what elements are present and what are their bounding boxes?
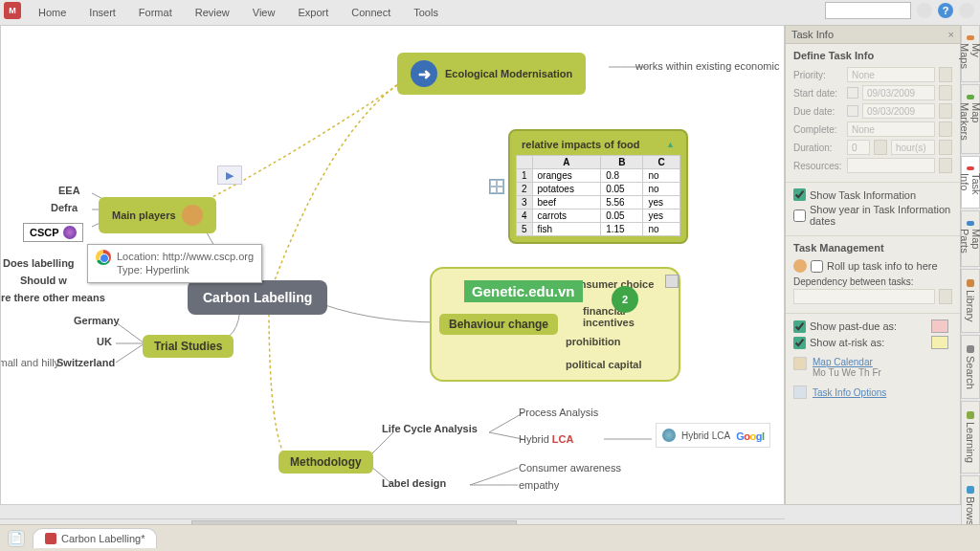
due-date-field[interactable]: 09/03/2009 xyxy=(862,103,935,119)
chevron-down-icon[interactable] xyxy=(939,121,952,137)
tab-library[interactable]: Library xyxy=(961,269,980,333)
pastdue-color[interactable] xyxy=(931,320,948,333)
tab-task-info[interactable]: Task Info xyxy=(961,156,980,209)
start-date-field[interactable]: 09/03/2009 xyxy=(862,85,935,100)
menu-tools[interactable]: Tools xyxy=(413,7,438,20)
node-labeldesign[interactable]: Label design xyxy=(382,477,446,489)
node-ecological[interactable]: ➜ Ecological Modernisation xyxy=(397,53,586,95)
node-label: Ecological Modernisation xyxy=(445,68,572,79)
menu-view[interactable]: View xyxy=(253,7,276,20)
section-define: Define Task Info xyxy=(793,50,952,61)
resources-field[interactable] xyxy=(847,158,935,173)
tab-my-maps[interactable]: My Maps xyxy=(961,25,980,82)
mindmap-canvas[interactable]: ➜ Ecological Modernisation works within … xyxy=(0,25,785,505)
close-icon[interactable]: × xyxy=(948,29,954,40)
chrome-icon xyxy=(96,250,111,265)
dropdown-icon[interactable] xyxy=(959,3,974,18)
document-tab[interactable]: Carbon Labelling* xyxy=(33,528,157,548)
map-calendar-link[interactable]: Map Calendar xyxy=(813,357,881,367)
calendar-days: Mo Tu We Th Fr xyxy=(813,367,881,378)
tooltip-type: Type: Hyperlink xyxy=(117,263,254,276)
duration-unit[interactable]: hour(s) xyxy=(891,140,935,155)
node-impacts[interactable]: relative impacts of food ▲ ABC 1oranges0… xyxy=(508,129,688,244)
node-trial[interactable]: Trial Studies xyxy=(143,335,234,358)
trial-note: small and hilly xyxy=(0,357,59,368)
panel-title: Task Info xyxy=(791,29,834,40)
complete-field[interactable]: None xyxy=(847,121,935,137)
node-methodology[interactable]: Methodology xyxy=(278,451,373,474)
show-year-checkbox[interactable] xyxy=(793,209,806,222)
player-cscp[interactable]: CSCP xyxy=(23,223,83,242)
labeldesign-awareness[interactable]: Consumer awareness xyxy=(519,462,621,474)
question-3[interactable]: re there other means xyxy=(1,292,105,303)
chevron-down-icon[interactable] xyxy=(939,158,952,173)
trial-switzerland[interactable]: Switzerland xyxy=(56,357,115,368)
impacts-title: relative impacts of food xyxy=(522,139,639,150)
globe-icon xyxy=(63,226,77,239)
behaviour-label: Behaviour change xyxy=(439,314,558,335)
atrisk-color[interactable] xyxy=(931,336,948,349)
player-eea[interactable]: EEA xyxy=(58,185,80,196)
note-icon[interactable] xyxy=(665,275,679,288)
document-tabs: 📄 Carbon Labelling* xyxy=(0,524,980,551)
question-2[interactable]: Should w xyxy=(20,275,67,286)
tab-map-parts[interactable]: Map Parts xyxy=(961,210,980,267)
priority-icon: 2 xyxy=(612,286,638,313)
menubar: Home Insert Format Review View Export Co… xyxy=(29,4,789,23)
toolbar-right: ? xyxy=(825,2,974,19)
search-toolbar-icon[interactable] xyxy=(917,3,932,18)
zoom-combo[interactable] xyxy=(825,2,911,19)
player-defra[interactable]: Defra xyxy=(51,202,78,213)
spreadsheet-icon[interactable] xyxy=(489,179,504,194)
spinner-icon[interactable] xyxy=(874,140,887,155)
menu-connect[interactable]: Connect xyxy=(351,7,390,20)
chevron-down-icon[interactable] xyxy=(939,85,952,100)
play-icon[interactable]: ▶ xyxy=(217,165,242,185)
tab-map-markers[interactable]: Map Markers xyxy=(961,84,980,154)
labeldesign-empathy[interactable]: empathy xyxy=(519,479,559,491)
duration-field[interactable]: 0 xyxy=(847,140,870,155)
node-central[interactable]: Carbon Labelling xyxy=(188,280,327,315)
atrisk-checkbox[interactable] xyxy=(793,337,806,349)
collapse-icon[interactable]: ▲ xyxy=(666,140,675,149)
menu-format[interactable]: Format xyxy=(139,7,172,20)
rollup-icon xyxy=(793,259,807,273)
chevron-down-icon[interactable] xyxy=(939,140,952,155)
behaviour-political[interactable]: political capital xyxy=(566,359,641,370)
tab-learning[interactable]: Learning xyxy=(961,401,980,474)
calendar-icon[interactable] xyxy=(847,105,858,117)
node-lifecycle[interactable]: Life Cycle Analysis xyxy=(382,423,478,434)
dependency-field[interactable] xyxy=(793,289,935,304)
chevron-down-icon[interactable] xyxy=(939,289,952,304)
menu-insert[interactable]: Insert xyxy=(89,7,116,20)
lifecycle-hybrid[interactable]: Hybrid LCA xyxy=(519,433,573,445)
menu-review[interactable]: Review xyxy=(195,7,230,20)
rollup-checkbox[interactable] xyxy=(811,260,823,273)
tab-search[interactable]: Search xyxy=(961,335,980,400)
pastdue-checkbox[interactable] xyxy=(793,320,806,333)
behaviour-prohibition[interactable]: prohibition xyxy=(566,336,620,347)
google-logo: Googl xyxy=(736,427,764,444)
google-link[interactable]: Hybrid LCA Googl xyxy=(656,423,770,448)
help-icon[interactable]: ? xyxy=(938,3,953,18)
watermark-overlay: Genetic.edu.vn xyxy=(464,280,583,302)
priority-field[interactable]: None xyxy=(847,67,935,82)
node-main-players[interactable]: Main players xyxy=(99,197,216,233)
arrow-right-icon: ➜ xyxy=(411,60,437,87)
trial-uk[interactable]: UK xyxy=(97,336,112,347)
doc-icon xyxy=(45,533,56,544)
right-tab-strip: My Maps Map Markers Task Info Map Parts … xyxy=(961,25,980,505)
hyperlink-tooltip: Location: http://www.cscp.org Type: Hype… xyxy=(87,244,262,283)
chevron-down-icon[interactable] xyxy=(939,103,952,119)
task-info-options-link[interactable]: Task Info Options xyxy=(813,387,886,398)
trial-germany[interactable]: Germany xyxy=(74,315,120,326)
chevron-down-icon[interactable] xyxy=(939,67,952,82)
menu-export[interactable]: Export xyxy=(298,7,328,20)
app-logo-icon: M xyxy=(4,2,21,19)
lifecycle-process[interactable]: Process Analysis xyxy=(519,407,598,418)
question-1[interactable]: Does labelling xyxy=(3,257,75,269)
menu-home[interactable]: Home xyxy=(38,7,66,20)
calendar-icon[interactable] xyxy=(847,87,858,99)
new-tab-button[interactable]: 📄 xyxy=(8,530,25,547)
show-task-info-checkbox[interactable] xyxy=(793,188,806,201)
